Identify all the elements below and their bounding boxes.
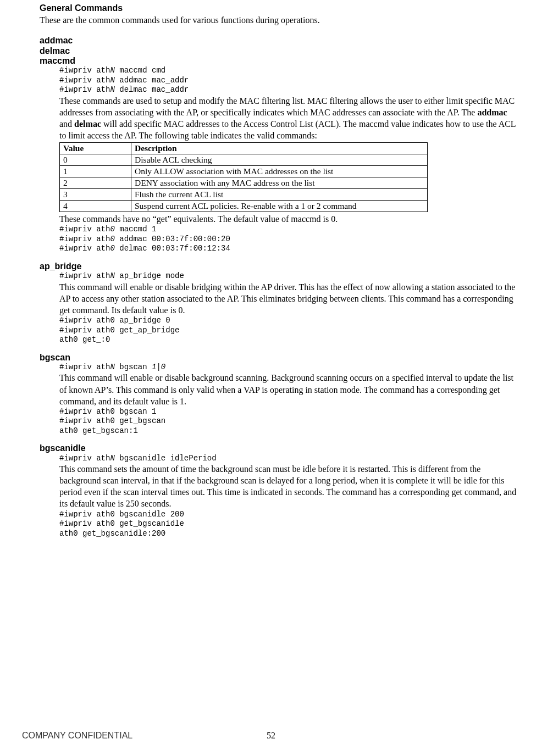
mac-description: These commands are used to setup and mod… [59,95,520,141]
apbridge-syntax: #iwpriv athN ap_bridge mode [59,271,520,281]
section-intro: These are the common commands used for v… [40,14,520,26]
apbridge-description: This command will enable or disable brid… [59,281,520,316]
command-name-bgscan: bgscan [40,353,520,363]
mac-example: #iwpriv ath0 maccmd 1 #iwpriv ath0 addma… [59,225,520,254]
bgscanidle-syntax: #iwpriv athN bgscanidle idlePeriod [59,454,520,464]
command-block-bgscanidle: bgscanidle #iwpriv athN bgscanidle idleP… [40,443,520,538]
section-title: General Commands [40,3,520,13]
table-row: 1Only ALLOW association with MAC address… [60,166,428,177]
bgscan-description: This command will enable or disable back… [59,372,520,407]
command-name-bgscanidle: bgscanidle [40,443,520,453]
command-block-bgscan: bgscan #iwpriv athN bgscan 1|0 This comm… [40,353,520,436]
table-row: 2DENY association with any MAC address o… [60,177,428,189]
command-name-maccmd: maccmd [40,56,520,66]
footer-confidential: COMPANY CONFIDENTIAL [22,731,132,740]
page-number: 52 [267,731,275,741]
table-row: 3Flush the current ACL list [60,189,428,201]
table-row: 0Disable ACL checking [60,154,428,166]
table-row: 4Suspend current ACL policies. Re-enable… [60,201,428,212]
command-block-mac: addmac delmac maccmd #iwpriv athN maccmd… [40,36,520,254]
mac-after-table: These commands have no “get” equivalents… [59,213,520,225]
table-header-value: Value [60,143,131,154]
bgscanidle-description: This command sets the amount of time the… [59,463,520,509]
apbridge-example: #iwpriv ath0 ap_bridge 0 #iwpriv ath0 ge… [59,316,520,345]
bgscanidle-example: #iwpriv ath0 bgscanidle 200 #iwpriv ath0… [59,510,520,539]
bgscan-example: #iwpriv ath0 bgscan 1 #iwpriv ath0 get_b… [59,407,520,436]
table-row: Value Description [60,143,428,154]
command-name-delmac: delmac [40,46,520,56]
command-name-addmac: addmac [40,36,520,46]
acl-table: Value Description 0Disable ACL checking … [59,142,428,212]
footer: COMPANY CONFIDENTIAL 52 [22,731,520,741]
command-name-ap-bridge: ap_bridge [40,262,520,271]
bgscan-syntax: #iwpriv athN bgscan 1|0 [59,363,520,373]
command-block-ap-bridge: ap_bridge #iwpriv athN ap_bridge mode Th… [40,262,520,345]
table-header-desc: Description [131,143,428,154]
mac-syntax: #iwpriv athN maccmd cmd #iwpriv athN add… [59,66,520,95]
